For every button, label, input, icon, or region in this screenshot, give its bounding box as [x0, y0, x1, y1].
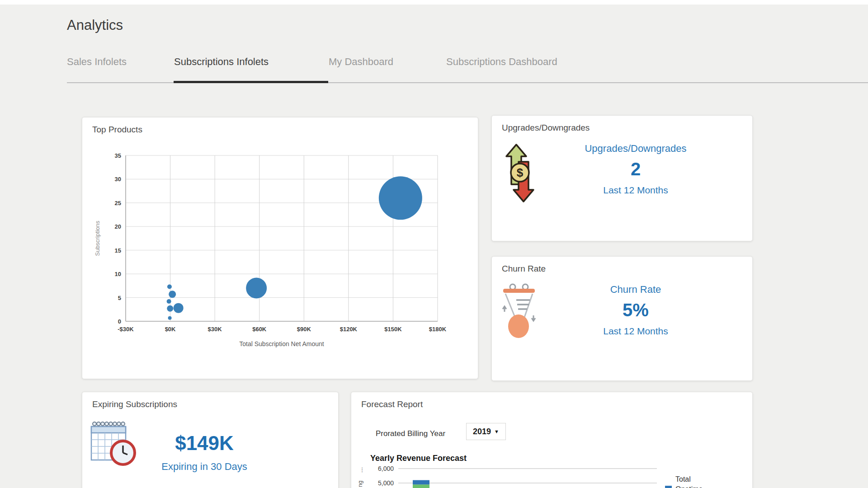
top-products-card: Top Products 05101520253035-$30K$0K$30K$… [82, 117, 478, 379]
churn-rate-value: 5% [545, 300, 726, 320]
bubble[interactable] [246, 278, 267, 299]
x-axis-title: Total Subscription Net Amount [239, 340, 324, 347]
bar-segment[interactable] [413, 480, 429, 485]
upgrades-downgrades-card: Upgrades/Downgrades $ Upgrades/Downgrade… [491, 115, 753, 241]
bar-segment[interactable] [413, 484, 429, 488]
x-tick-label: $90K [297, 326, 311, 333]
churn-rate-link[interactable]: Churn Rate [545, 284, 726, 296]
tab-subscriptions-dashboard[interactable]: Subscriptions Dashboard [446, 56, 557, 68]
y-tick-label: 5 [118, 295, 121, 301]
bubble[interactable] [169, 291, 176, 298]
upgrades-downgrades-value: 2 [545, 159, 726, 179]
bubble[interactable] [167, 299, 171, 304]
bubble[interactable] [167, 305, 173, 312]
calendar-clock-icon [90, 418, 137, 469]
upgrades-downgrades-link[interactable]: Upgrades/Downgrades [545, 143, 726, 155]
x-tick-label: $180K [429, 326, 447, 333]
y-tick-label: 6,000 [378, 465, 394, 472]
y-tick-label: 35 [115, 152, 121, 159]
churn-rate-period: Last 12 Months [545, 326, 726, 337]
expiring-caption[interactable]: Expiring in 30 Days [137, 461, 272, 473]
expiring-subscriptions-card: Expiring Subscriptions [82, 392, 339, 488]
funnel-churn-icon [501, 282, 537, 341]
x-tick-label: $120K [340, 326, 358, 333]
y-axis-title-ellipsis: ⋮ [359, 466, 365, 473]
legend-swatch [665, 486, 672, 488]
bubble[interactable] [168, 316, 172, 320]
forecast-report-card: Forecast Report Prorated Billing Year 20… [351, 392, 753, 488]
y-axis-title-clipped: ng [357, 481, 363, 487]
legend-label: Total Onetime [675, 474, 712, 488]
active-tab-underline [174, 81, 328, 83]
y-tick-label: 10 [115, 271, 121, 277]
page-title: Analytics [67, 17, 123, 33]
y-axis-title: Subscriptions [94, 221, 101, 256]
expiring-card-title: Expiring Subscriptions [92, 399, 177, 409]
y-tick-label: 15 [115, 247, 121, 254]
churn-rate-card: Churn Rate Churn Rate 5% Last 12 Months [491, 256, 753, 381]
up-down-dollar-arrows-icon: $ [503, 143, 537, 205]
y-tick-label: 20 [115, 223, 121, 230]
upgrades-card-title: Upgrades/Downgrades [502, 123, 590, 133]
expiring-amount: $149K [137, 432, 272, 455]
forecast-legend: Total Onetime [665, 474, 712, 488]
x-tick-label: $0K [165, 326, 176, 333]
bubble[interactable] [379, 176, 422, 220]
x-tick-label: $60K [252, 326, 267, 333]
top-products-chart[interactable]: 05101520253035-$30K$0K$30K$60K$90K$120K$… [82, 117, 479, 380]
upgrades-downgrades-period: Last 12 Months [545, 185, 726, 196]
tab-subscriptions-infolets[interactable]: Subscriptions Infolets [174, 56, 329, 68]
tab-sales-infolets[interactable]: Sales Infolets [67, 56, 174, 68]
bubble[interactable] [167, 284, 172, 289]
yearly-revenue-forecast-chart[interactable]: 6,0005,000⋮ng [351, 392, 753, 488]
y-tick-label: 30 [115, 176, 121, 183]
page-background: Analytics Sales Infolets Subscriptions I… [0, 5, 868, 488]
bubble[interactable] [174, 303, 184, 313]
top-products-title: Top Products [92, 125, 142, 135]
x-tick-label: $30K [208, 326, 222, 333]
svg-text:$: $ [517, 166, 524, 179]
tab-my-dashboard[interactable]: My Dashboard [329, 56, 446, 68]
y-tick-label: 5,000 [378, 479, 394, 487]
churn-card-title: Churn Rate [502, 264, 546, 274]
y-tick-label: 0 [118, 318, 121, 325]
y-tick-label: 25 [115, 200, 121, 206]
x-tick-label: $150K [384, 326, 402, 333]
tab-bar: Sales Infolets Subscriptions Infolets My… [67, 56, 557, 68]
x-tick-label: -$30K [118, 326, 134, 333]
